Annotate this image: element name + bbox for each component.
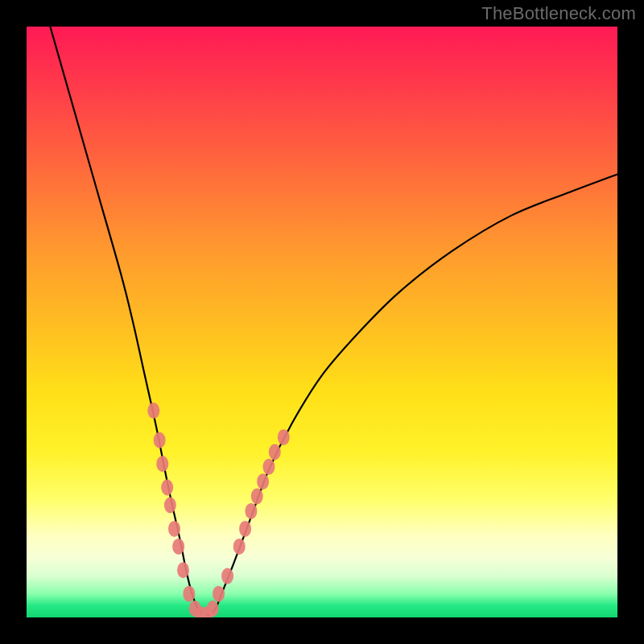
curve-marker xyxy=(156,456,168,472)
curve-marker xyxy=(278,429,290,445)
curve-marker xyxy=(262,459,275,475)
curve-marker xyxy=(257,473,269,489)
curve-marker xyxy=(213,586,225,602)
curve-marker xyxy=(239,521,251,537)
curve-marker xyxy=(251,489,263,505)
bottleneck-curve xyxy=(27,27,617,615)
curve-marker xyxy=(147,402,159,419)
plot-area xyxy=(27,27,617,617)
curve-marker xyxy=(269,444,281,460)
curve-marker xyxy=(207,601,219,617)
curve-marker xyxy=(168,521,180,537)
curve-marker xyxy=(233,539,246,555)
watermark-text: TheBottleneck.com xyxy=(481,3,636,24)
curve-markers xyxy=(147,402,289,617)
curve-marker xyxy=(164,497,176,514)
curve-marker xyxy=(245,503,257,519)
outer-frame: TheBottleneck.com xyxy=(0,0,644,644)
curve-marker xyxy=(161,480,173,496)
bottleneck-chart xyxy=(27,27,617,617)
curve-marker xyxy=(221,568,233,584)
curve-marker xyxy=(177,562,189,578)
curve-marker xyxy=(183,586,195,602)
curve-marker xyxy=(172,539,184,555)
curve-marker xyxy=(154,432,166,448)
